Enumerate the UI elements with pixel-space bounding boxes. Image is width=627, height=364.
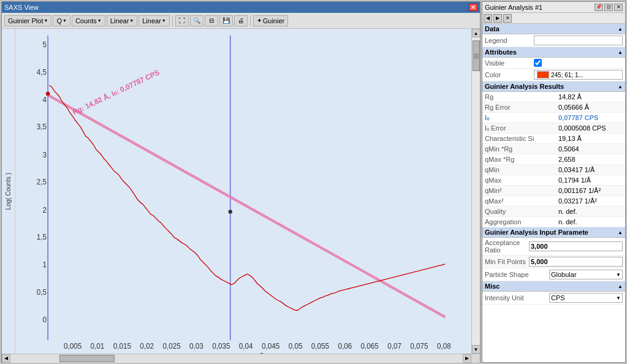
scroll-down-btn[interactable]: ▼ <box>472 345 481 354</box>
visible-checkbox[interactable] <box>534 59 542 67</box>
svg-text:0,075: 0,075 <box>410 342 428 350</box>
right-nav-right-btn[interactable]: ▶ <box>493 14 502 23</box>
svg-rect-1 <box>48 36 452 341</box>
guinier-tool-btn[interactable]: ✦ Guinier <box>253 15 288 26</box>
i0-label: I₀ <box>485 114 558 122</box>
svg-text:0,03: 0,03 <box>189 342 203 350</box>
visible-row: Visible <box>482 58 625 69</box>
svg-text:1: 1 <box>43 260 47 268</box>
y-axis-label: Log( Counts ) <box>2 29 15 354</box>
svg-text:0,06: 0,06 <box>338 342 352 350</box>
zoom-fit-btn[interactable]: ⛶ <box>175 15 189 26</box>
right-title-text: Guinier Analysis #1 <box>485 4 595 11</box>
legend-input[interactable] <box>534 36 623 45</box>
quality-value: n. def. <box>558 208 623 215</box>
svg-text:0,02: 0,02 <box>140 342 154 350</box>
right-pin-btn[interactable]: 📌 <box>595 4 603 11</box>
rg-value: 14,82 Å <box>558 93 623 100</box>
svg-text:0,01: 0,01 <box>91 342 105 350</box>
acceptance-input[interactable] <box>529 241 623 251</box>
intensity-unit-dropdown[interactable]: CPS ▼ <box>549 293 623 303</box>
right-float-btn[interactable]: ⊡ <box>604 4 613 11</box>
misc-section-header[interactable]: Misc ▲ <box>482 281 625 292</box>
attributes-section-header[interactable]: Attributes ▲ <box>482 47 625 58</box>
chart-container: 5 4,5 4 3,5 3 2,5 2 1,5 1 0,5 0 <box>15 29 471 354</box>
svg-text:4,5: 4,5 <box>37 68 47 76</box>
svg-text:2: 2 <box>43 206 47 214</box>
qmin2-value: 0,001167 1/Å² <box>558 187 623 194</box>
export-btn[interactable]: 💾 <box>219 15 233 26</box>
zoom-out-btn[interactable]: ⊟ <box>205 15 218 26</box>
svg-text:3,5: 3,5 <box>37 123 47 131</box>
rg-error-value: 0,05666 Å <box>558 104 623 111</box>
qminrg-label: qMin *Rg <box>485 145 558 153</box>
main-toolbar: Guinier Plot ▼ Q ▼ Counts ▼ Linear ▼ Lin… <box>2 13 480 29</box>
particle-shape-row: Particle Shape Globular ▼ <box>482 268 625 281</box>
qmin-label: qMin <box>485 166 558 173</box>
scroll-corner <box>471 354 480 363</box>
linear1-btn[interactable]: Linear ▼ <box>107 15 138 26</box>
svg-text:0,04: 0,04 <box>239 342 253 350</box>
legend-row: Legend <box>482 34 625 47</box>
i0-error-label: I₀ Error <box>485 124 558 132</box>
color-picker-btn[interactable]: 245; 61; 1... <box>534 70 623 80</box>
min-fit-label: Min Fit Points <box>485 258 529 265</box>
svg-text:2,5: 2,5 <box>37 178 47 186</box>
svg-point-34 <box>229 210 232 213</box>
scroll-thumb-h[interactable] <box>59 355 115 362</box>
guinier-plot-btn[interactable]: Guinier Plot ▼ <box>4 15 51 26</box>
svg-text:0,5: 0,5 <box>37 288 47 296</box>
svg-text:0,05: 0,05 <box>289 342 303 350</box>
color-row: Color 245; 61; 1... <box>482 69 625 82</box>
qmaxrg-value: 2,658 <box>558 156 623 163</box>
scroll-up-btn[interactable]: ▲ <box>472 29 481 37</box>
linear2-btn[interactable]: Linear ▼ <box>139 15 170 26</box>
svg-text:3: 3 <box>43 151 47 159</box>
svg-text:0: 0 <box>43 316 47 324</box>
svg-text:0,025: 0,025 <box>162 342 181 350</box>
zoom-in-btn[interactable]: 🔍 <box>190 15 203 26</box>
toolbar-sep2 <box>250 15 251 26</box>
toolbar-sep1 <box>172 15 173 26</box>
result-row-qmin: qMin 0,03417 1/Å <box>482 165 625 175</box>
svg-text:0,015: 0,015 <box>113 342 132 350</box>
i0-value: 0,07787 CPS <box>558 114 623 121</box>
svg-text:0,065: 0,065 <box>361 342 379 350</box>
result-row-qmaxrg: qMax *Rg 2,658 <box>482 154 625 165</box>
right-scrollbar[interactable]: ▲ ▼ <box>471 29 480 354</box>
qmaxrg-label: qMax *Rg <box>485 156 558 163</box>
saxs-close-btn[interactable]: ✕ <box>469 4 477 11</box>
right-close-btn[interactable]: ✕ <box>614 4 623 11</box>
legend-label: Legend <box>485 37 534 44</box>
scroll-right-btn[interactable]: ▶ <box>463 354 471 363</box>
svg-point-33 <box>46 92 50 96</box>
color-swatch <box>537 71 549 78</box>
svg-text:0,08: 0,08 <box>437 342 451 350</box>
i0-error-value: 0,0005008 CPS <box>558 124 623 132</box>
saxs-title-text: SAXS View <box>4 4 469 11</box>
scroll-thumb-v[interactable] <box>473 40 480 71</box>
aggregation-value: n. def. <box>558 218 623 226</box>
q-btn[interactable]: Q ▼ <box>53 15 70 26</box>
rg-label: Rg <box>485 93 558 100</box>
scroll-track-v <box>472 37 481 345</box>
particle-shape-dropdown[interactable]: Globular ▼ <box>549 270 623 279</box>
acceptance-label: Acceptance Ratio <box>485 239 529 254</box>
print-btn[interactable]: 🖨 <box>234 15 248 26</box>
counts-btn[interactable]: Counts ▼ <box>72 15 105 26</box>
result-row-qmax: qMax 0,1794 1/Å <box>482 175 625 186</box>
right-close-x-btn[interactable]: ✕ <box>503 14 512 23</box>
qmax2-value: 0,03217 1/Å² <box>558 197 623 205</box>
guinier-input-header[interactable]: Guinier Analysis Input Paramete ▲ <box>482 227 625 238</box>
result-row-i0: I₀ 0,07787 CPS <box>482 113 625 123</box>
chart-svg: 5 4,5 4 3,5 3 2,5 2 1,5 1 0,5 0 <box>15 29 471 354</box>
guinier-results-header[interactable]: Guinier Analysis Results ▲ <box>482 82 625 92</box>
aggregation-label: Aggregation <box>485 218 558 226</box>
intensity-unit-label: Intensity Unit <box>485 294 549 301</box>
data-section-header[interactable]: Data ▲ <box>482 24 625 34</box>
min-fit-input[interactable] <box>529 257 623 267</box>
scroll-left-btn[interactable]: ◀ <box>2 354 10 363</box>
particle-shape-label: Particle Shape <box>485 271 549 278</box>
right-titlebar: Guinier Analysis #1 📌 ⊡ ✕ <box>482 2 625 13</box>
right-nav-left-btn[interactable]: ◀ <box>484 14 492 23</box>
